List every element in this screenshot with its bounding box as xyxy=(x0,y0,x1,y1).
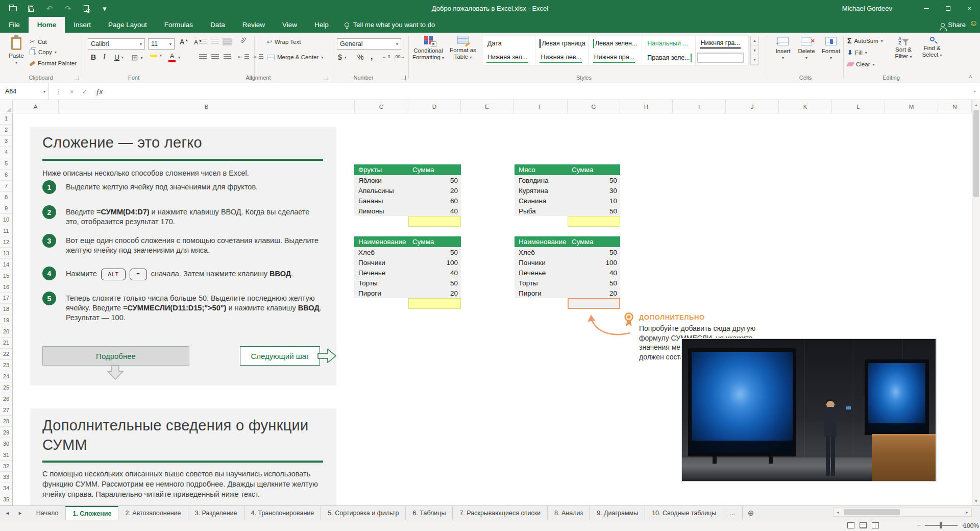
sheet-tab-Начало[interactable]: Начало xyxy=(30,506,66,520)
table-header-cell[interactable]: Сумма xyxy=(568,238,620,246)
row-header-20[interactable]: 20 xyxy=(0,326,12,337)
table-header-cell[interactable]: Фрукты xyxy=(354,166,408,174)
row-header-31[interactable]: 31 xyxy=(0,449,12,461)
table-cell-name[interactable]: Говядина xyxy=(514,177,568,184)
minimize-button[interactable] xyxy=(916,0,937,17)
row-header-6[interactable]: 6 xyxy=(0,170,12,181)
fill-button[interactable]: ⬇Fill▾ xyxy=(847,49,867,56)
row-header-27[interactable]: 27 xyxy=(0,404,12,416)
maximize-button[interactable] xyxy=(937,0,959,17)
format-painter-button[interactable]: Format Painter xyxy=(30,60,77,66)
zoom-slider[interactable] xyxy=(925,525,958,526)
scroll-down-arrow[interactable]: ▼ xyxy=(972,496,980,505)
next-step-button[interactable]: Следующий шаг xyxy=(240,346,320,366)
answer-cell-yellow[interactable] xyxy=(408,298,461,309)
row-header-7[interactable]: 7 xyxy=(0,181,12,192)
table-cell-value[interactable]: 20 xyxy=(568,289,620,297)
cell-style-Начальный ...[interactable]: Начальный ... xyxy=(642,36,695,51)
column-header-I[interactable]: I xyxy=(673,100,726,113)
table-cell-value[interactable]: 30 xyxy=(568,187,620,195)
sheet-tab-4. Транспонирование[interactable]: 4. Транспонирование xyxy=(244,506,322,520)
row-header-26[interactable]: 26 xyxy=(0,393,12,404)
format-as-table-button[interactable]: Format as Table ▾ xyxy=(447,36,479,61)
ribbon-tab-formulas[interactable]: Formulas xyxy=(156,17,202,33)
normal-view-button[interactable] xyxy=(847,522,854,528)
alignment-dialog-launcher[interactable] xyxy=(324,76,328,80)
row-header-16[interactable]: 16 xyxy=(0,281,12,293)
table-cell-name[interactable]: Хлеб xyxy=(354,249,408,256)
hscroll-right-arrow[interactable]: ► xyxy=(963,508,971,516)
row-header-24[interactable]: 24 xyxy=(0,371,12,382)
table-cell-value[interactable]: 50 xyxy=(408,249,461,256)
zoom-slider-thumb[interactable] xyxy=(940,522,942,528)
hscroll-left-arrow[interactable]: ◄ xyxy=(834,508,842,516)
column-header-A[interactable]: A xyxy=(13,100,59,113)
column-header-D[interactable]: D xyxy=(408,100,461,113)
close-button[interactable]: × xyxy=(959,0,980,17)
underline-button[interactable]: U xyxy=(114,53,119,61)
vertical-scroll-thumb[interactable] xyxy=(973,110,979,197)
row-header-23[interactable]: 23 xyxy=(0,360,12,371)
paste-button[interactable]: Paste ▾ xyxy=(6,37,27,66)
row-header-8[interactable]: 8 xyxy=(0,192,12,203)
column-header-H[interactable]: H xyxy=(620,100,673,113)
table-cell-value[interactable]: 100 xyxy=(408,259,461,267)
row-header-3[interactable]: 3 xyxy=(0,136,12,147)
table-cell-name[interactable]: Торты xyxy=(354,279,408,287)
row-header-14[interactable]: 14 xyxy=(0,259,12,270)
cell-style-Правая зеле...[interactable]: Правая зеле... xyxy=(642,51,695,65)
zoom-out-button[interactable]: − xyxy=(917,521,921,529)
font-color-button[interactable]: A▾ xyxy=(168,52,180,62)
cell-style-Нижняя зел...[interactable]: Нижняя зел... xyxy=(482,51,535,65)
table-header-cell[interactable]: Сумма xyxy=(568,166,620,174)
new-sheet-button[interactable]: ⊕ xyxy=(743,506,760,520)
underline-dropdown[interactable]: ▾ xyxy=(121,55,124,60)
table-header-cell[interactable]: Наименование xyxy=(354,238,408,246)
ribbon-tab-help[interactable]: Help xyxy=(306,17,337,33)
page-break-view-button[interactable] xyxy=(872,522,879,528)
table-cell-value[interactable]: 50 xyxy=(408,279,461,287)
video-thumbnail[interactable] xyxy=(681,338,937,482)
clipboard-dialog-launcher[interactable] xyxy=(75,76,79,80)
column-header-B[interactable]: B xyxy=(59,100,355,113)
table-header-cell[interactable]: Сумма xyxy=(408,166,461,174)
sheet-tab-9. Диаграммы[interactable]: 9. Диаграммы xyxy=(590,506,645,520)
row-header-33[interactable]: 33 xyxy=(0,472,12,483)
table-cell-name[interactable]: Рыба xyxy=(514,207,568,215)
table-cell-name[interactable]: Пончики xyxy=(354,259,408,267)
row-header-10[interactable]: 10 xyxy=(0,214,12,225)
sheet-nav-left[interactable]: ◄ xyxy=(5,511,10,516)
percent-style-button[interactable]: % xyxy=(357,53,363,61)
italic-button[interactable]: I xyxy=(103,53,106,61)
table-cell-name[interactable]: Свинина xyxy=(514,197,568,205)
gallery-scroll-down[interactable]: ▼ xyxy=(751,46,758,56)
table-cell-value[interactable]: 50 xyxy=(568,177,620,184)
column-header-G[interactable]: G xyxy=(568,100,620,113)
page-layout-view-button[interactable] xyxy=(860,522,867,528)
column-header-M[interactable]: M xyxy=(885,100,938,113)
autosum-button[interactable]: ΣAutoSum▾ xyxy=(847,37,883,45)
table-cell-name[interactable]: Лимоны xyxy=(354,207,408,215)
font-name-combo[interactable]: Calibri▾ xyxy=(88,38,145,50)
ribbon-tab-file[interactable]: File xyxy=(0,17,29,33)
ribbon-tab-page-layout[interactable]: Page Layout xyxy=(100,17,156,33)
formula-input[interactable] xyxy=(94,83,967,100)
table-cell-value[interactable]: 40 xyxy=(408,269,461,277)
sort-filter-button[interactable]: AZ Sort & Filter ▾ xyxy=(890,37,917,60)
table-cell-name[interactable]: Курятина xyxy=(514,187,568,195)
zoom-level[interactable]: 100% xyxy=(959,522,979,529)
cell-style-blank[interactable] xyxy=(696,51,749,65)
sheet-tab-1. Сложение[interactable]: 1. Сложение xyxy=(65,506,118,520)
table-cell-name[interactable]: Пироги xyxy=(514,289,568,297)
table-cell-name[interactable]: Хлеб xyxy=(514,249,568,256)
row-header-32[interactable]: 32 xyxy=(0,461,12,472)
horizontal-scroll-thumb[interactable] xyxy=(844,509,900,515)
row-header-29[interactable]: 29 xyxy=(0,427,12,438)
bold-button[interactable]: B xyxy=(91,53,96,61)
row-header-11[interactable]: 11 xyxy=(0,225,12,236)
column-header-L[interactable]: L xyxy=(832,100,885,113)
table-cell-value[interactable]: 50 xyxy=(408,177,461,184)
top-align-button[interactable] xyxy=(199,39,207,44)
sheet-tab-10. Сводные таблицы[interactable]: 10. Сводные таблицы xyxy=(645,506,723,520)
middle-align-button[interactable] xyxy=(211,39,219,44)
